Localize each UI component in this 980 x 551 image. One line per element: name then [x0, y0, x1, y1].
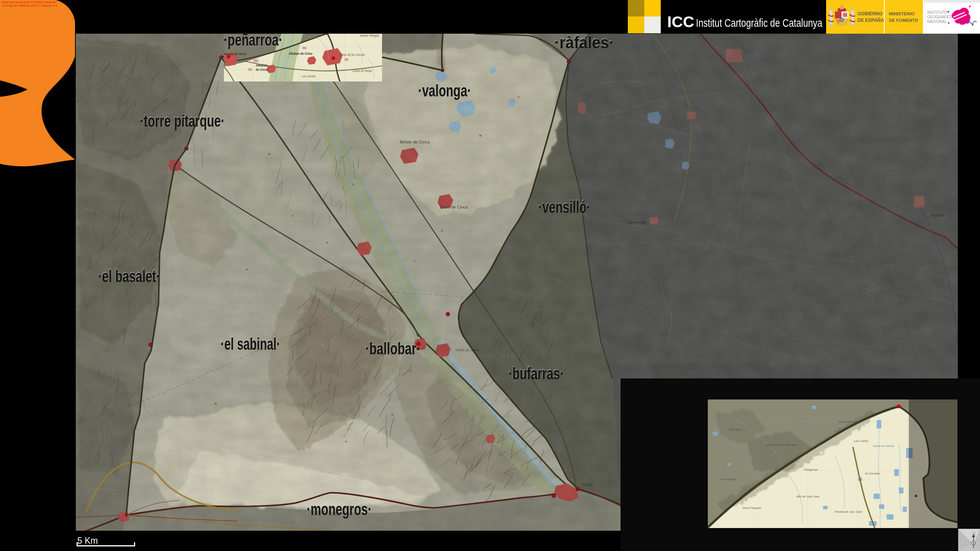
svg-text:Las Cuevas: Las Cuevas: [302, 74, 316, 78]
svg-text:Albalate: Albalate: [256, 64, 268, 67]
svg-text:·ràfales·: ·ràfales·: [554, 33, 614, 52]
svg-text:Alto de San Juan: Alto de San Juan: [796, 495, 820, 498]
svg-text:Mont Pàrquet: Mont Pàrquet: [743, 506, 761, 510]
svg-text:GEOGRÁFICO: GEOGRÁFICO: [927, 15, 953, 19]
svg-text:·torre pitarque·: ·torre pitarque·: [140, 111, 225, 130]
svg-text:Les Cones: Les Cones: [854, 439, 868, 443]
svg-text:Lomas de las Cuevas: Lomas de las Cuevas: [339, 53, 365, 57]
svg-text:INSTITUTO: INSTITUTO: [927, 10, 947, 15]
svg-text:S: S: [973, 547, 976, 551]
svg-text:El Escantissat: El Escantissat: [838, 420, 858, 424]
svg-text:O: O: [964, 541, 967, 546]
svg-text:·el basalet·: ·el basalet·: [98, 267, 160, 285]
svg-text:·monegros·: ·monegros·: [307, 500, 372, 518]
svg-text:E: E: [978, 541, 980, 546]
svg-text:El Canabà: El Canabà: [865, 472, 880, 475]
svg-text:GOBIERNO: GOBIERNO: [858, 11, 882, 16]
svg-text:DE ESPAÑA: DE ESPAÑA: [858, 17, 884, 23]
svg-text:MINISTERIO: MINISTERIO: [889, 11, 915, 16]
svg-text:i Geologic de Catalunya (ICGC): i Geologic de Catalunya (ICGC) - Espanya…: [2, 4, 57, 7]
svg-text:Roméria: Roméria: [729, 428, 741, 431]
svg-text:Sierra de San Salvador: Sierra de San Salvador: [766, 443, 797, 447]
svg-text:DE FOMENTO: DE FOMENTO: [889, 18, 918, 23]
svg-text:·valonga·: ·valonga·: [418, 81, 471, 100]
svg-text:Albalate de Cinca: Albalate de Cinca: [289, 52, 313, 55]
svg-text:NACIONAL: NACIONAL: [927, 20, 947, 24]
svg-text:Monte Polegat: Monte Polegat: [360, 34, 379, 37]
svg-text:N: N: [972, 531, 975, 536]
svg-text:Mapa base topographic del Inst: Mapa base topographic del Institut Carto…: [2, 1, 57, 4]
svg-text:·bufarras·: ·bufarras·: [508, 364, 564, 383]
svg-text:·ballobar·: ·ballobar·: [365, 339, 420, 358]
svg-text:Alcolea de Cinca: Alcolea de Cinca: [224, 52, 247, 56]
svg-text:Institut Cartogràfic de Catalu: Institut Cartogràfic de Catalunya: [696, 17, 823, 29]
svg-text:ICC: ICC: [667, 13, 694, 31]
svg-text:Pelagrosa: Pelagrosa: [804, 468, 818, 471]
svg-text:·vensilló·: ·vensilló·: [538, 197, 590, 216]
svg-text:·el sabinal·: ·el sabinal·: [220, 334, 280, 353]
svg-text:5 Km: 5 Km: [77, 536, 98, 546]
svg-text:Selva de Monàl: Selva de Monàl: [873, 444, 894, 448]
svg-text:Las Pigarras: Las Pigarras: [720, 478, 737, 481]
svg-text:Partida de San Juan: Partida de San Juan: [835, 510, 862, 514]
